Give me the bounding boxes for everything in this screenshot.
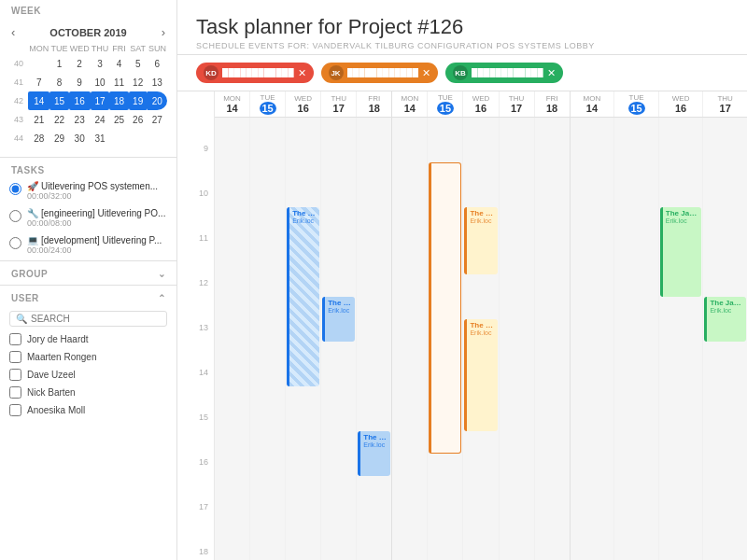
prev-month-button[interactable]: ‹ [9,25,17,39]
day-cell[interactable] [215,118,249,162]
cal-day[interactable]: 17 [91,91,110,110]
calendar-event[interactable]: The Jane Up Erik.loc [322,297,355,342]
day-cell[interactable] [703,386,747,431]
filter-chip[interactable]: KD ████████████ ✕ [196,63,314,83]
day-cell[interactable] [357,342,391,386]
day-cell[interactable] [535,476,570,521]
day-column[interactable]: The Jane Up Erik.loc [286,118,321,560]
cal-day[interactable]: 3 [91,54,110,73]
user-checkbox[interactable] [9,351,21,363]
cal-day[interactable] [148,129,167,147]
day-cell[interactable] [215,431,249,476]
day-cell[interactable] [392,207,427,252]
cal-day[interactable]: 4 [109,54,128,73]
day-cell[interactable] [392,431,427,476]
day-cell[interactable] [571,252,614,297]
day-column[interactable]: The Jane Up Erik.loc [703,118,747,560]
task-item[interactable]: 🔧[engineering] Uitlevering PO... 00:00/0… [0,204,176,231]
cal-day[interactable]: 19 [129,91,148,110]
day-cell[interactable] [250,342,285,386]
day-cell[interactable] [535,431,570,476]
day-cell[interactable] [500,521,534,560]
calendar-event[interactable]: The Jane Up Erik.loc [660,207,702,297]
chip-close-icon[interactable]: ✕ [298,67,306,79]
day-cell[interactable] [703,162,747,207]
chip-close-icon[interactable]: ✕ [422,67,430,79]
day-cell[interactable] [571,386,614,431]
cal-day[interactable]: 8 [49,73,68,91]
day-cell[interactable] [659,386,703,431]
day-cell[interactable] [703,207,747,252]
user-checkbox[interactable] [9,386,21,399]
cal-day[interactable]: 27 [148,110,167,129]
day-cell[interactable] [250,431,285,476]
day-cell[interactable] [428,118,462,162]
day-cell[interactable] [286,476,320,521]
day-cell[interactable] [614,476,658,521]
user-item[interactable]: Maarten Rongen [0,348,176,366]
day-cell[interactable] [614,162,658,207]
day-cell[interactable] [357,476,391,521]
day-cell[interactable] [215,252,249,297]
day-cell[interactable] [535,162,570,207]
day-column[interactable] [250,118,286,560]
cal-day[interactable]: 30 [69,129,91,147]
day-cell[interactable] [659,431,703,476]
day-cell[interactable] [571,118,614,162]
cal-day[interactable]: 20 [148,91,167,110]
user-section[interactable]: USER ⌃ [0,287,176,307]
day-cell[interactable] [357,118,391,162]
user-checkbox[interactable] [9,369,21,381]
day-cell[interactable] [500,162,534,207]
cal-day[interactable]: 14 [28,91,49,110]
day-cell[interactable] [614,207,658,252]
day-cell[interactable] [500,252,534,297]
day-cell[interactable] [286,431,320,476]
calendar-event[interactable]: The Jane Up Erik.loc [358,431,390,476]
task-item[interactable]: 💻[development] Uitlevering P... 00:00/24… [0,231,176,259]
cal-day[interactable]: 25 [109,110,128,129]
day-cell[interactable] [250,521,285,560]
day-cell[interactable] [659,476,703,521]
day-cell[interactable] [250,118,285,162]
day-cell[interactable] [215,521,249,560]
day-cell[interactable] [500,297,534,342]
calendar-event[interactable]: The Jane Up Erik.loc [464,319,497,431]
day-cell[interactable] [215,386,249,431]
cal-day[interactable]: 26 [129,110,148,129]
day-cell[interactable] [250,207,285,252]
day-cell[interactable] [321,476,356,521]
day-cell[interactable] [392,252,427,297]
cal-day[interactable]: 12 [129,73,148,91]
cal-day[interactable]: 29 [49,129,68,147]
day-cell[interactable] [703,521,747,560]
cal-day[interactable]: 11 [109,73,128,91]
day-column[interactable]: The Jane Up Erik.loc [321,118,357,560]
day-cell[interactable] [703,342,747,386]
day-cell[interactable] [659,521,703,560]
day-column[interactable]: The Jane Up Erik.loc [357,118,391,560]
calendar-event[interactable]: The Jane Up Erik.loc [287,207,319,386]
day-cell[interactable] [535,207,570,252]
day-cell[interactable] [392,521,427,560]
day-column[interactable] [571,118,615,560]
cal-day[interactable]: 15 [49,91,68,110]
cal-day[interactable] [129,129,148,147]
day-cell[interactable] [614,386,658,431]
day-cell[interactable] [215,162,249,207]
cal-day[interactable]: 16 [69,91,91,110]
chip-close-icon[interactable]: ✕ [547,67,556,79]
filter-chip[interactable]: KB ████████████ ✕ [445,63,563,83]
day-cell[interactable] [321,207,356,252]
cal-day[interactable]: 13 [148,73,167,91]
day-column[interactable] [392,118,428,560]
day-cell[interactable] [535,386,570,431]
day-cell[interactable] [535,118,570,162]
day-cell[interactable] [321,342,356,386]
day-cell[interactable] [614,252,658,297]
cal-day[interactable]: 5 [129,54,148,73]
day-cell[interactable] [321,162,356,207]
cal-day[interactable] [28,54,49,73]
day-cell[interactable] [357,297,391,342]
day-cell[interactable] [250,386,285,431]
